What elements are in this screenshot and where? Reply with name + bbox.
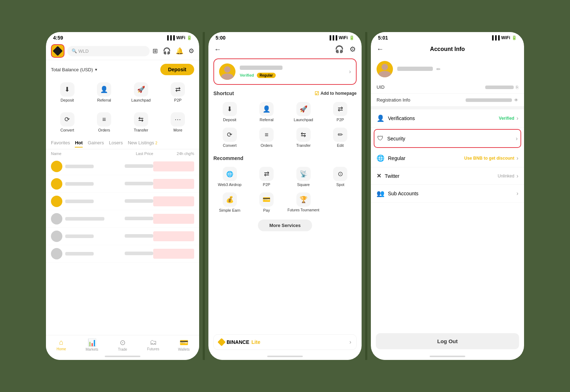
nav-futures[interactable]: 🗂 Futures <box>138 338 169 351</box>
rec-futures-tournament[interactable]: 🏆 Futures Tournament <box>286 190 321 215</box>
shortcuts-grid: ⬇ Deposit 👤 Referral 🚀 Launchpad ⇄ P2P ⟳… <box>208 98 362 152</box>
settings-icon[interactable]: ⚙ <box>188 47 194 55</box>
table-row[interactable] <box>46 228 199 245</box>
menu-twitter-left: ✕ Twitter <box>377 172 399 179</box>
action-more[interactable]: ⋯ More <box>160 110 196 134</box>
nav-home[interactable]: ⌂ Home <box>46 338 77 351</box>
rec-spot[interactable]: ⊙ Spot <box>323 165 358 189</box>
table-row[interactable] <box>46 245 199 263</box>
action-orders[interactable]: ≡ Orders <box>87 110 122 134</box>
markets-nav-icon: 📊 <box>88 338 97 347</box>
menu-verif-left: 👤 Verifications <box>377 114 415 122</box>
uid-label: UID <box>377 84 384 90</box>
home-indicator-3 <box>371 353 524 360</box>
coin-info-6 <box>51 248 112 259</box>
headset-icon[interactable]: 🎧 <box>163 47 171 55</box>
table-header: Name Last Price 24h chg% <box>46 149 199 158</box>
tab-hot[interactable]: Hot <box>75 140 83 148</box>
rec-web3[interactable]: 🌐 Web3 Airdrop <box>212 165 248 189</box>
menu-security[interactable]: 🛡 Security › <box>374 130 520 147</box>
more-services-button[interactable]: More Services <box>258 220 312 231</box>
logout-button[interactable]: Log Out <box>376 333 519 349</box>
coin-dot-1 <box>51 161 62 172</box>
balance-label[interactable]: Total Balance (USD) ▼ <box>51 67 98 72</box>
shortcut-convert[interactable]: ⟳ Convert <box>212 125 248 150</box>
home-nav-label: Home <box>57 347 66 351</box>
sc-launchpad-label: Launchpad <box>294 118 313 122</box>
settings-icon-2[interactable]: ⚙ <box>349 45 356 53</box>
profile-name <box>240 66 283 70</box>
deposit-button[interactable]: Deposit <box>160 64 194 75</box>
menu-verif-right: Verified › <box>499 115 518 122</box>
copy-icon[interactable]: ⎘ <box>516 85 518 90</box>
menu-sub-accounts[interactable]: 👥 Sub Accounts › <box>371 185 524 203</box>
nav-markets[interactable]: 📊 Markets <box>77 338 107 351</box>
account-name <box>397 67 433 71</box>
action-p2p[interactable]: ⇄ P2P <box>160 80 196 104</box>
back-button-3[interactable]: ← <box>377 45 384 53</box>
action-referral[interactable]: 👤 Referral <box>87 80 122 104</box>
nav-wallets[interactable]: 💳 Wallets <box>169 338 199 351</box>
sc-referral-icon: 👤 <box>259 102 274 116</box>
rec-simple-earn[interactable]: 💰 Simple Earn <box>212 190 248 215</box>
menu-verifications[interactable]: 👤 Verifications Verified › <box>371 109 524 128</box>
action-deposit[interactable]: ⬇ Deposit <box>50 80 85 104</box>
shortcut-launchpad[interactable]: 🚀 Launchpad <box>286 100 321 124</box>
binance-lite-banner[interactable]: BINANCE Lite › <box>213 334 357 350</box>
launchpad-icon: 🚀 <box>134 82 148 97</box>
tab-gainers[interactable]: Gainers <box>88 140 104 148</box>
shortcut-orders[interactable]: ≡ Orders <box>249 125 285 150</box>
change-2 <box>153 179 194 189</box>
home-bar-2 <box>267 356 303 357</box>
table-row[interactable] <box>46 193 199 210</box>
menu-regular[interactable]: 🌐 Regular Use BNB to get discount › <box>371 149 524 167</box>
coin-dot-4 <box>51 213 62 225</box>
status-icons-2: ▐▐▐ WiFi 🔋 <box>328 35 354 40</box>
shortcut-p2p[interactable]: ⇄ P2P <box>323 100 358 124</box>
shortcut-deposit[interactable]: ⬇ Deposit <box>212 100 248 124</box>
account-name-area: ✏ <box>397 66 441 72</box>
shortcut-referral[interactable]: 👤 Referral <box>249 100 285 124</box>
menu-twitter[interactable]: ✕ Twitter Unlinked › <box>371 167 524 185</box>
bell-icon[interactable]: 🔔 <box>176 47 183 55</box>
dropdown-arrow-icon: ▼ <box>94 68 98 72</box>
add-to-home[interactable]: ☑ Add to homepage <box>315 91 357 96</box>
shortcut-edit[interactable]: ✏ Edit <box>323 125 358 150</box>
logo-button[interactable] <box>51 44 64 58</box>
search-bar[interactable]: 🔍 WLD <box>67 46 150 56</box>
headset-icon-2[interactable]: 🎧 <box>335 45 344 53</box>
tab-favorites[interactable]: Favorites <box>51 140 70 148</box>
shortcut-transfer[interactable]: ⇆ Transfer <box>286 125 321 150</box>
rec-p2p[interactable]: ⇄ P2P <box>249 165 285 189</box>
profile-chevron: › <box>349 68 351 75</box>
coin-name-blur-3 <box>65 200 94 203</box>
scan-icon[interactable]: ⊞ <box>152 47 158 55</box>
search-placeholder: WLD <box>78 48 89 54</box>
phone-1: 4:59 ▐▐▐ WiFi 🔋 🔍 WLD ⊞ 🎧 🔔 ⚙ Total Bala… <box>46 32 199 360</box>
table-row[interactable] <box>46 210 199 228</box>
table-row[interactable] <box>46 175 199 193</box>
battery-icon: 🔋 <box>187 35 192 40</box>
tab-new-listings[interactable]: New Listings 2 <box>128 140 157 148</box>
rec-pay[interactable]: 💳 Pay <box>249 190 285 215</box>
nav-trade[interactable]: ⊙ Trade <box>107 338 138 351</box>
profile-card[interactable]: Verified Regular › <box>213 58 357 85</box>
rec-square[interactable]: 📡 Square <box>286 165 321 189</box>
signal-icon: ▐▐▐ <box>166 35 175 40</box>
sc-transfer-icon: ⇆ <box>296 128 311 142</box>
p2p-icon: ⇄ <box>171 82 185 97</box>
sc-edit-icon: ✏ <box>333 128 347 142</box>
eye-icon[interactable]: 👁 <box>514 98 518 103</box>
rec-square-icon: 📡 <box>296 167 311 181</box>
edit-name-icon[interactable]: ✏ <box>436 66 441 72</box>
back-button-2[interactable]: ← <box>214 45 221 53</box>
action-convert[interactable]: ⟳ Convert <box>50 110 85 134</box>
regular-status: Use BNB to get discount <box>464 156 514 161</box>
futures-nav-label: Futures <box>147 347 159 351</box>
action-transfer[interactable]: ⇆ Transfer <box>123 110 159 134</box>
wallets-nav-label: Wallets <box>178 347 190 351</box>
tab-losers[interactable]: Losers <box>109 140 123 148</box>
action-launchpad[interactable]: 🚀 Launchpad <box>123 80 159 104</box>
table-row[interactable] <box>46 158 199 175</box>
status-icons-1: ▐▐▐ WiFi 🔋 <box>166 35 192 40</box>
